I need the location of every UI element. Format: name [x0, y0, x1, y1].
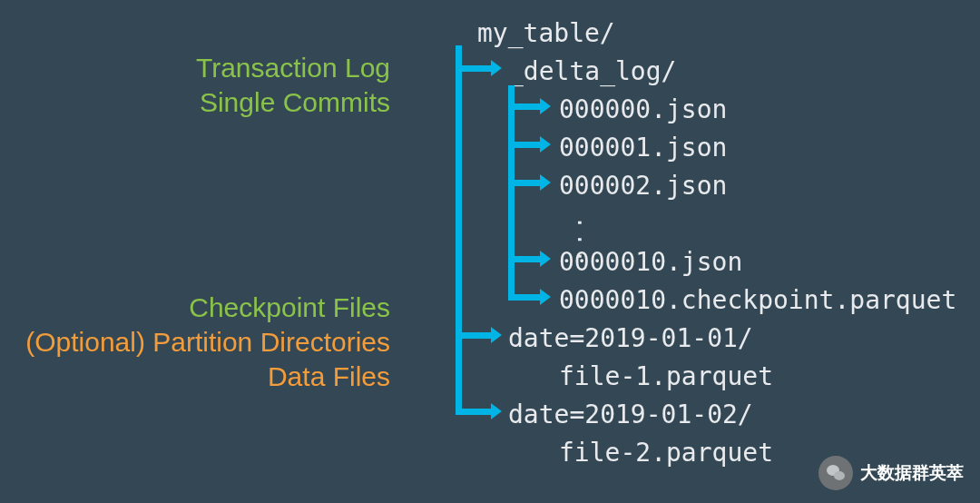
label-transaction-log: Transaction Log [196, 51, 390, 85]
label-single-commits: Single Commits [200, 85, 390, 120]
arrow-delta-log [456, 65, 492, 72]
tree-file-2: file-2.parquet [559, 434, 773, 472]
diagram-container: Transaction Log Single Commits Checkpoin… [0, 0, 980, 503]
tree-commit-1: 000001.json [559, 129, 727, 167]
tree-connector-deltalog [508, 85, 514, 301]
tree-root: my_table/ [477, 15, 615, 53]
tree-delta-log-dir: _delta_log/ [508, 53, 676, 91]
watermark-text: 大数据群英萃 [860, 461, 964, 485]
arrow-checkpoint-10 [508, 294, 541, 301]
arrow-commit-0 [508, 104, 541, 110]
watermark: 大数据群英萃 [818, 456, 964, 490]
label-partition-directories: (Optional) Partition Directories [25, 325, 390, 360]
tree-partition-2: date=2019-01-02/ [508, 396, 753, 434]
tree-partition-1: date=2019-01-01/ [508, 320, 753, 358]
label-checkpoint-files: Checkpoint Files [189, 291, 390, 325]
tree-commit-2: 000002.json [559, 167, 727, 205]
arrow-partition-2 [456, 409, 492, 415]
tree-commit-0: 000000.json [559, 91, 727, 129]
tree-file-1: file-1.parquet [559, 358, 773, 396]
arrow-commit-10 [508, 256, 541, 262]
label-data-files: Data Files [268, 360, 390, 394]
tree-connector-root [456, 45, 462, 415]
tree-checkpoint-10: 0000010.checkpoint.parquet [559, 281, 956, 320]
arrow-commit-2 [508, 180, 541, 186]
svg-point-1 [834, 471, 845, 480]
arrow-commit-1 [508, 142, 541, 148]
wechat-icon [818, 456, 853, 490]
arrow-partition-1 [456, 332, 492, 339]
tree-commit-10: 0000010.json [559, 243, 742, 281]
